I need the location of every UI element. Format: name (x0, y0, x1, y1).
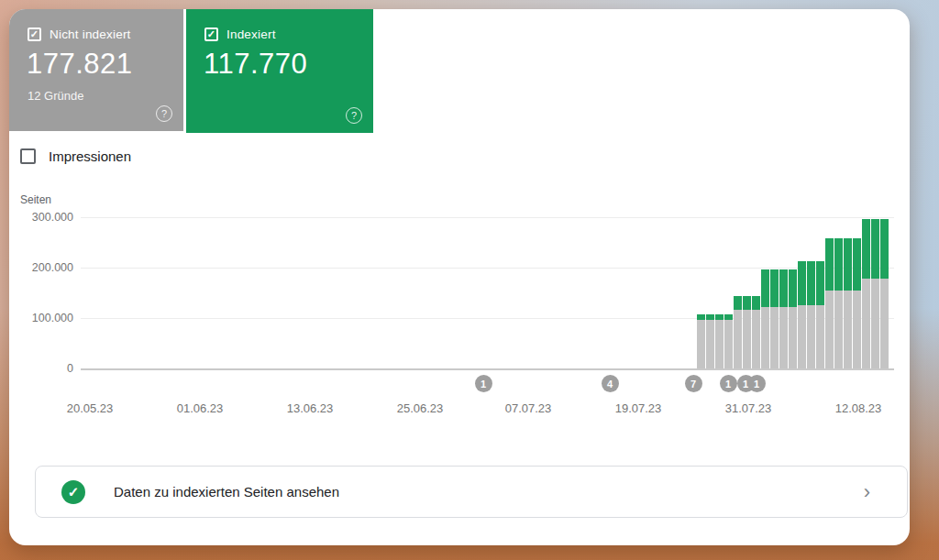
stacked-bar[interactable] (715, 314, 724, 368)
x-axis-tick-label: 07.07.23 (505, 401, 552, 415)
stacked-bar[interactable] (871, 219, 879, 368)
bar-segment-not-indexed (770, 307, 779, 368)
stacked-bar[interactable] (697, 314, 705, 368)
bar-segment-not-indexed (715, 320, 724, 368)
bar-segment-not-indexed (807, 305, 815, 368)
x-axis-tick-label: 12.08.23 (835, 401, 882, 415)
bar-segment-not-indexed (697, 320, 705, 368)
stacked-bar[interactable] (752, 296, 760, 368)
chevron-right-icon: › (864, 482, 870, 502)
bar-segment-indexed (706, 314, 714, 320)
indexed-count: 117.770 (204, 48, 373, 81)
bar-segment-not-indexed (825, 291, 834, 368)
check-circle-icon: ✓ (61, 480, 85, 504)
issue-marker-badge[interactable]: 1 (748, 375, 766, 392)
stacked-bar[interactable] (834, 238, 843, 368)
y-axis-tick-label: 200.000 (13, 261, 73, 274)
reasons-count: 12 Gründe (28, 89, 183, 103)
bar-segment-indexed (734, 296, 742, 310)
bar-segment-indexed (816, 261, 824, 305)
bar-segment-indexed (862, 219, 870, 279)
card-indexiert[interactable]: ✓ Indexiert 117.770 ? (186, 9, 373, 133)
card-indexiert-header: ✓ Indexiert (204, 27, 373, 41)
stacked-bar[interactable] (770, 269, 779, 368)
card-nicht-indexiert-header: ✓ Nicht indexiert (28, 27, 183, 41)
bar-segment-indexed (715, 314, 724, 320)
bar-segment-not-indexed (880, 279, 889, 368)
bar-segment-not-indexed (871, 279, 879, 368)
x-axis-tick-label: 19.07.23 (615, 401, 662, 415)
bar-segment-not-indexed (743, 310, 751, 368)
gridline (81, 268, 894, 269)
bar-segment-indexed (697, 314, 705, 320)
bar-segment-indexed (752, 296, 760, 310)
bar-segment-not-indexed (789, 307, 797, 368)
bar-segment-indexed (761, 269, 769, 307)
stacked-bar[interactable] (789, 269, 797, 368)
bar-segment-not-indexed (862, 279, 870, 368)
bar-segment-indexed (770, 269, 779, 307)
bar-segment-indexed (743, 296, 751, 310)
view-indexed-data-banner[interactable]: ✓ Daten zu indexierten Seiten ansehen › (35, 466, 908, 518)
y-axis-tick-label: 0 (13, 362, 73, 375)
issue-marker-badge[interactable]: 1 (475, 375, 492, 392)
stacked-bar[interactable] (779, 269, 788, 368)
y-axis-tick-label: 100.000 (13, 312, 73, 324)
stacked-bar[interactable] (724, 314, 733, 368)
bar-segment-not-indexed (779, 307, 788, 368)
card-nicht-indexiert[interactable]: ✓ Nicht indexiert 177.821 12 Gründe ? (9, 9, 183, 131)
stacked-bar[interactable] (862, 219, 870, 368)
gridline (81, 217, 894, 218)
bar-segment-indexed (853, 238, 861, 291)
card-label: Nicht indexiert (50, 27, 131, 41)
x-axis-tick-label: 13.06.23 (287, 401, 334, 415)
checkbox-nicht-indexiert[interactable]: ✓ (28, 27, 41, 41)
impressions-label: Impressionen (49, 148, 131, 164)
page-indexing-panel: ✓ Nicht indexiert 177.821 12 Gründe ? ✓ … (9, 9, 910, 545)
help-icon[interactable]: ? (156, 105, 172, 122)
impressions-toggle[interactable]: Impressionen (20, 148, 131, 164)
stacked-bar[interactable] (761, 269, 769, 368)
stacked-bar[interactable] (853, 238, 861, 368)
stacked-bar[interactable] (743, 296, 751, 368)
gridline (81, 368, 894, 370)
bar-segment-not-indexed (853, 291, 861, 368)
bar-segment-not-indexed (752, 310, 760, 368)
card-label: Indexiert (226, 27, 276, 41)
stacked-bar[interactable] (798, 261, 806, 368)
bar-segment-indexed (871, 219, 879, 279)
help-icon[interactable]: ? (346, 107, 362, 124)
bar-segment-indexed (798, 261, 806, 305)
bar-segment-not-indexed (761, 307, 769, 368)
checkbox-indexiert[interactable]: ✓ (204, 27, 218, 41)
stacked-bar[interactable] (706, 314, 714, 368)
x-axis-tick-label: 25.06.23 (397, 401, 444, 415)
issue-marker-badge[interactable]: 7 (685, 375, 702, 392)
bar-segment-not-indexed (724, 320, 733, 368)
issue-marker-badge[interactable]: 1 (720, 375, 737, 392)
bar-segment-not-indexed (798, 305, 806, 368)
bar-segment-not-indexed (834, 291, 843, 368)
stacked-bar[interactable] (816, 261, 824, 368)
banner-label: Daten zu indexierten Seiten ansehen (114, 484, 339, 500)
impressions-checkbox[interactable] (20, 148, 36, 164)
x-axis-tick-label: 01.06.23 (177, 401, 224, 415)
bar-segment-indexed (779, 269, 788, 307)
bar-segment-indexed (880, 219, 889, 279)
stacked-bar[interactable] (880, 219, 889, 368)
bar-segment-indexed (789, 269, 797, 307)
y-axis-title: Seiten (20, 193, 51, 206)
bar-segment-not-indexed (734, 310, 742, 368)
stacked-bar[interactable] (734, 296, 742, 368)
bar-segment-indexed (825, 238, 834, 291)
stacked-bar[interactable] (807, 261, 815, 368)
bar-segment-not-indexed (844, 291, 852, 368)
stacked-bar[interactable] (825, 238, 834, 368)
issue-marker-badge[interactable]: 4 (602, 375, 619, 392)
bar-segment-not-indexed (816, 305, 824, 368)
bar-segment-not-indexed (706, 320, 714, 368)
stacked-bar[interactable] (844, 238, 852, 368)
x-axis-tick-label: 31.07.23 (725, 401, 772, 415)
x-axis-tick-label: 20.05.23 (67, 401, 114, 415)
bar-segment-indexed (834, 238, 843, 291)
